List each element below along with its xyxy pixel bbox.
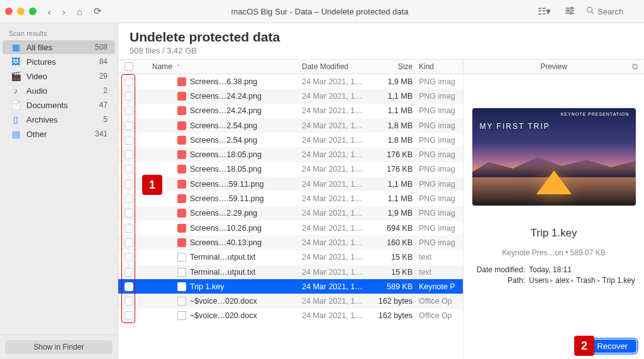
row-checkbox[interactable] [125, 77, 133, 86]
file-size: 1,1 MB [369, 92, 419, 101]
table-row[interactable]: Screens…10.26.png24 Mar 2021, 1…694 KBPN… [118, 221, 463, 235]
sidebar-item-icon: 🖼 [10, 57, 21, 67]
row-checkbox[interactable] [125, 106, 133, 115]
file-icon [177, 311, 186, 320]
file-date: 24 Mar 2021, 1… [302, 311, 369, 320]
history-icon[interactable]: ⟳ [91, 6, 104, 17]
table-row[interactable]: Terminal…utput.txt24 Mar 2021, 1…15 KBte… [118, 250, 463, 265]
search-icon [586, 6, 594, 16]
forward-button[interactable]: › [60, 6, 68, 17]
row-checkbox[interactable] [125, 253, 133, 262]
row-checkbox[interactable] [125, 297, 133, 306]
table-row[interactable]: Screens…24.24.png24 Mar 2021, 1…1,1 MBPN… [118, 89, 463, 103]
svg-point-3 [570, 7, 572, 9]
file-name: Screens…6.38.png [190, 77, 257, 86]
sidebar-item-icon: ▤ [10, 129, 21, 139]
row-checkbox[interactable] [125, 92, 133, 101]
col-size[interactable]: Size [369, 62, 419, 71]
page-title: Undelete protected data [130, 30, 634, 45]
zoom-window[interactable] [29, 8, 36, 15]
show-in-finder-button[interactable]: Show in Finder [5, 340, 113, 354]
file-icon [177, 106, 186, 115]
file-date: 24 Mar 2021, 1… [302, 238, 369, 247]
file-name: Screens…40.13.png [190, 238, 262, 247]
preview-path-label: Path: [472, 276, 529, 285]
sidebar-item-video[interactable]: 🎬Video29 [3, 69, 115, 83]
file-kind: PNG imag [419, 209, 463, 218]
table-header: Name⌃ Date Modified Size Kind [118, 59, 463, 74]
row-checkbox[interactable] [125, 224, 133, 233]
sidebar-item-other[interactable]: ▤Other341 [3, 127, 115, 141]
minimize-window[interactable] [17, 8, 25, 15]
sidebar-item-archives[interactable]: ▯Archives5 [3, 113, 115, 126]
file-size: 176 KB [369, 165, 419, 174]
sidebar-item-pictures[interactable]: 🖼Pictures84 [3, 55, 115, 69]
table-row[interactable]: Screens…2.29.png24 Mar 2021, 1…1,9 MBPNG… [118, 206, 463, 221]
back-button[interactable]: ‹ [45, 6, 53, 17]
sidebar-item-count: 47 [99, 101, 108, 109]
file-size: 162 bytes [369, 311, 419, 320]
view-options-icon[interactable]: ☷▾ [535, 6, 553, 17]
row-checkbox[interactable] [125, 136, 133, 145]
table-row[interactable]: Screens…18.05.png24 Mar 2021, 1…176 KBPN… [118, 147, 463, 162]
file-date: 24 Mar 2021, 1… [302, 224, 369, 233]
file-kind: PNG imag [419, 224, 463, 233]
row-checkbox[interactable] [125, 209, 133, 218]
sidebar-item-documents[interactable]: 📄Documents47 [3, 98, 115, 112]
select-all-checkbox[interactable] [125, 62, 133, 71]
col-name[interactable]: Name⌃ [140, 62, 302, 71]
sidebar-item-icon: ▦ [10, 42, 21, 52]
table-row[interactable]: Screens…24.24.png24 Mar 2021, 1…1,1 MBPN… [118, 104, 463, 118]
sidebar-item-audio[interactable]: ♪Audio2 [3, 84, 115, 97]
table-row[interactable]: Screens…40.13.png24 Mar 2021, 1…160 KBPN… [118, 235, 463, 250]
sidebar-item-count: 341 [95, 130, 108, 138]
sidebar: Scan results ▦All files508🖼Pictures84🎬Vi… [0, 23, 118, 359]
file-name: Terminal…utput.txt [190, 253, 255, 262]
sidebar-item-label: Other [26, 130, 95, 139]
sidebar-item-all-files[interactable]: ▦All files508 [3, 40, 115, 54]
table-row[interactable]: Trip 1.key24 Mar 2021, 1…589 KBKeynote P [118, 279, 463, 294]
copy-preview-icon[interactable]: ⧉ [632, 62, 638, 72]
file-kind: PNG imag [419, 150, 463, 159]
file-date: 24 Mar 2021, 1… [302, 150, 369, 159]
row-checkbox[interactable] [125, 165, 133, 174]
filter-settings-icon[interactable] [562, 6, 577, 17]
preview-path-value: Users▸alex▸Trash▸Trip 1.key [529, 276, 635, 285]
file-name: Screens….59.11.png [190, 180, 264, 189]
sort-asc-icon: ⌃ [176, 64, 181, 70]
file-icon [177, 136, 186, 145]
file-size: 1,9 MB [369, 209, 419, 218]
table-row[interactable]: Terminal…utput.txt24 Mar 2021, 1…15 KBte… [118, 265, 463, 279]
table-row[interactable]: Screens…18.05.png24 Mar 2021, 1…176 KBPN… [118, 162, 463, 177]
close-window[interactable] [5, 8, 13, 15]
table-row[interactable]: Screens….59.11.png24 Mar 2021, 1…1,1 MBP… [118, 177, 463, 191]
file-icon [177, 92, 186, 101]
row-checkbox[interactable] [125, 311, 133, 320]
home-button[interactable]: ⌂ [74, 6, 85, 17]
table-row[interactable]: Screens….59.11.png24 Mar 2021, 1…1,1 MBP… [118, 191, 463, 206]
table-row[interactable]: Screens…6.38.png24 Mar 2021, 1…1,9 MBPNG… [118, 74, 463, 89]
table-row[interactable]: ~$voice…020.docx24 Mar 2021, 1…162 bytes… [118, 309, 463, 323]
file-kind: PNG imag [419, 165, 463, 174]
col-date-modified[interactable]: Date Modified [302, 62, 369, 71]
search-input[interactable] [597, 7, 635, 16]
table-row[interactable]: Screens…2.54.png24 Mar 2021, 1…1,8 MBPNG… [118, 118, 463, 133]
file-kind: PNG imag [419, 180, 463, 189]
preview-filename: Trip 1.key [530, 227, 577, 240]
row-checkbox[interactable] [125, 121, 133, 130]
table-row[interactable]: Screens…2.54.png24 Mar 2021, 1…1,8 MBPNG… [118, 133, 463, 147]
row-checkbox[interactable] [125, 150, 133, 159]
row-checkbox[interactable] [125, 180, 133, 189]
file-kind: PNG imag [419, 77, 463, 86]
row-checkbox[interactable] [125, 268, 133, 277]
file-date: 24 Mar 2021, 1… [302, 180, 369, 189]
recover-button[interactable]: Recover [589, 340, 636, 353]
main-panel: Undelete protected data 508 files / 3,42… [118, 23, 644, 359]
search-box[interactable] [586, 6, 636, 16]
table-row[interactable]: ~$voice…020.docx24 Mar 2021, 1…162 bytes… [118, 294, 463, 308]
row-checkbox[interactable] [125, 238, 133, 247]
row-checkbox[interactable] [125, 194, 133, 203]
file-icon [177, 297, 186, 306]
col-kind[interactable]: Kind [419, 62, 463, 71]
row-checkbox[interactable] [125, 282, 133, 291]
